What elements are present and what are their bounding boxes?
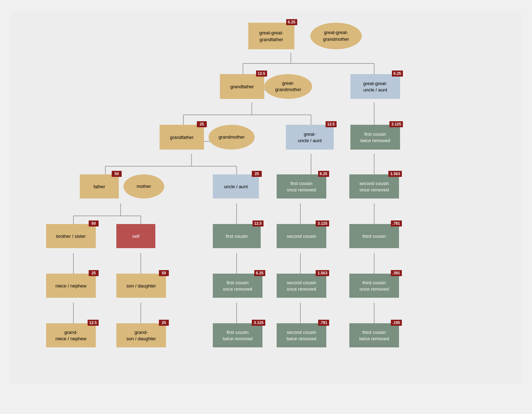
node-self: self bbox=[116, 224, 155, 248]
node-brother-sister: 50 brother / sister bbox=[46, 224, 96, 248]
node-grand-son-daughter: 25 grand-son / daughter bbox=[116, 323, 166, 347]
node-second-cousin-once-removed-b: 1.563 second cousinonce removed bbox=[277, 274, 326, 298]
node-first-cousin-once-removed-r1: 6.25 first cousinonce removed bbox=[277, 174, 326, 198]
label-second-cousin-once-removed-r1: second cousinonce removed bbox=[359, 180, 389, 193]
node-father: 50 father bbox=[80, 174, 119, 198]
label-first-cousin-twice-removed-top: first cousintwice removed bbox=[360, 131, 390, 144]
badge-third-cousin-once-removed: .391 bbox=[391, 270, 402, 276]
label-brother-sister: brother / sister bbox=[56, 233, 85, 240]
node-great-great-grandmother: great-great-grandmother bbox=[310, 23, 362, 49]
node-second-cousin-twice-removed: .781 second cousintwice removed bbox=[277, 323, 326, 347]
node-first-cousin-twice-removed-b: 3.125 first cousintwice removed bbox=[213, 323, 262, 347]
node-first-cousin-twice-removed-top: 3.125 first cousintwice removed bbox=[350, 125, 400, 150]
badge-niece-nephew: 25 bbox=[89, 270, 99, 276]
label-great-great-grandmother: great-great-grandmother bbox=[323, 29, 349, 42]
node-grandmother-mid: grandmother bbox=[209, 125, 255, 150]
node-grand-niece-nephew: 12.5 grand-niece / nephew bbox=[46, 323, 96, 347]
label-grand-son-daughter: grand-son / daughter bbox=[126, 329, 156, 342]
badge-grand-son-daughter: 25 bbox=[159, 320, 169, 326]
badge-second-cousin-once-removed-r1: 1.563 bbox=[388, 171, 402, 177]
badge-second-cousin: 3.125 bbox=[316, 220, 329, 226]
label-father: father bbox=[93, 184, 105, 190]
label-niece-nephew: niece / nephew bbox=[55, 283, 86, 289]
badge-second-cousin-twice-removed: .781 bbox=[318, 320, 329, 326]
label-great-great-uncle-aunt-top: great-great-uncle / aunt bbox=[363, 80, 387, 93]
label-great-uncle-aunt: great-uncle / aunt bbox=[298, 131, 322, 144]
badge-great-great-grandfather: 6.25 bbox=[286, 19, 297, 25]
badge-first-cousin: 12.5 bbox=[253, 220, 264, 226]
label-first-cousin-once-removed-b: first cousinonce removed bbox=[223, 280, 252, 292]
label-third-cousin-twice-removed: third cousintwice removed bbox=[359, 329, 389, 342]
label-great-grandmother: great-grandmother bbox=[275, 80, 301, 93]
label-first-cousin-once-removed-r1: first cousinonce removed bbox=[287, 180, 316, 193]
node-grandfather-top: 12.5 grandfather bbox=[220, 74, 264, 99]
node-niece-nephew: 25 niece / nephew bbox=[46, 274, 96, 298]
badge-first-cousin-once-removed-r1: 6.25 bbox=[318, 171, 329, 177]
label-grandmother-mid: grandmother bbox=[218, 134, 245, 140]
node-third-cousin-once-removed: .391 third cousinonce removed bbox=[349, 274, 399, 298]
label-grandfather-mid: grandfather bbox=[170, 134, 194, 141]
node-uncle-aunt: 25 uncle / aunt bbox=[213, 174, 259, 198]
label-first-cousin-twice-removed-b: first cousintwice removed bbox=[223, 329, 253, 342]
node-son-daughter: 50 son / daughter bbox=[116, 274, 166, 298]
label-second-cousin-once-removed-b: second cousinonce removed bbox=[287, 280, 316, 292]
label-second-cousin: second cousin bbox=[287, 233, 316, 240]
badge-third-cousin-twice-removed: .195 bbox=[391, 320, 402, 326]
label-self: self bbox=[132, 233, 139, 240]
chart-container: 6.25 great-great-grandfather great-great… bbox=[11, 12, 521, 402]
node-grandfather-mid: 25 grandfather bbox=[160, 125, 204, 150]
node-first-cousin-once-removed-b: 6.25 first cousinonce removed bbox=[213, 274, 262, 298]
badge-father: 50 bbox=[112, 171, 122, 177]
badge-uncle-aunt: 25 bbox=[252, 171, 262, 177]
node-great-great-uncle-aunt-top: 6.25 great-great-uncle / aunt bbox=[350, 74, 400, 99]
label-son-daughter: son / daughter bbox=[126, 283, 156, 289]
label-third-cousin: third cousin bbox=[362, 233, 386, 240]
badge-first-cousin-twice-removed-b: 3.125 bbox=[252, 320, 265, 326]
badge-grand-niece-nephew: 12.5 bbox=[88, 320, 99, 326]
badge-third-cousin: .781 bbox=[391, 220, 402, 226]
label-third-cousin-once-removed: third cousinonce removed bbox=[360, 280, 389, 292]
node-great-uncle-aunt: 12.5 great-uncle / aunt bbox=[286, 125, 334, 150]
node-mother: mother bbox=[123, 174, 164, 198]
badge-second-cousin-once-removed-b: 1.563 bbox=[316, 270, 329, 276]
label-first-cousin: first cousin bbox=[226, 233, 248, 240]
badge-first-cousin-twice-removed-top: 3.125 bbox=[389, 121, 403, 127]
label-mother: mother bbox=[137, 183, 151, 190]
node-great-grandmother: great-grandmother bbox=[264, 74, 312, 99]
badge-brother-sister: 50 bbox=[89, 220, 99, 226]
label-second-cousin-twice-removed: second cousintwice removed bbox=[287, 329, 316, 342]
node-second-cousin-once-removed-r1: 1.563 second cousinonce removed bbox=[349, 174, 399, 198]
node-third-cousin-twice-removed: .195 third cousintwice removed bbox=[349, 323, 399, 347]
badge-great-great-uncle-aunt-top: 6.25 bbox=[392, 71, 403, 77]
node-second-cousin: 3.125 second cousin bbox=[277, 224, 326, 248]
badge-great-uncle-aunt: 12.5 bbox=[326, 121, 337, 127]
badge-son-daughter: 50 bbox=[159, 270, 169, 276]
node-first-cousin: 12.5 first cousin bbox=[213, 224, 261, 248]
badge-grandfather-mid: 25 bbox=[197, 121, 207, 127]
badge-first-cousin-once-removed-b: 6.25 bbox=[254, 270, 265, 276]
label-great-great-grandfather: great-great-grandfather bbox=[259, 30, 283, 43]
label-grand-niece-nephew: grand-niece / nephew bbox=[55, 329, 86, 342]
node-great-great-grandfather: 6.25 great-great-grandfather bbox=[248, 23, 294, 49]
label-uncle-aunt: uncle / aunt bbox=[224, 184, 248, 190]
node-third-cousin: .781 third cousin bbox=[349, 224, 399, 248]
label-grandfather-top: grandfather bbox=[230, 84, 254, 90]
